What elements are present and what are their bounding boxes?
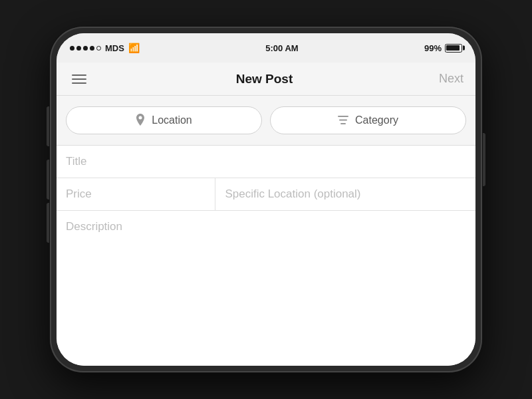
location-filter-label: Location [152, 114, 192, 126]
menu-line-2 [72, 78, 86, 80]
status-right: 99% [424, 43, 462, 53]
pin-icon [136, 114, 145, 128]
page-title: New Post [236, 72, 293, 86]
location-filter-button[interactable]: Location [66, 106, 262, 134]
status-left: MDS 📶 [70, 43, 140, 53]
time-display: 5:00 AM [265, 43, 298, 53]
next-button[interactable]: Next [439, 72, 464, 86]
signal-dot-5 [96, 46, 101, 51]
svg-rect-2 [340, 123, 346, 124]
price-location-row: Price Specific Location (optional) [57, 178, 475, 211]
description-field[interactable]: Description [57, 211, 475, 277]
specific-location-placeholder: Specific Location (optional) [225, 188, 360, 201]
content-area: Location Category Title [57, 96, 475, 366]
signal-dot-3 [83, 46, 88, 51]
hamburger-menu-button[interactable] [68, 71, 90, 87]
title-field[interactable]: Title [57, 146, 475, 178]
battery-icon [445, 44, 462, 53]
menu-line-3 [72, 82, 86, 84]
battery-fill [446, 45, 459, 51]
svg-rect-0 [338, 116, 348, 117]
description-placeholder: Description [66, 220, 122, 233]
category-filter-button[interactable]: Category [270, 106, 466, 134]
battery-percent-label: 99% [424, 43, 442, 53]
carrier-label: MDS [105, 43, 124, 53]
price-field[interactable]: Price [57, 178, 215, 210]
title-placeholder: Title [66, 155, 87, 168]
signal-dots [70, 46, 101, 51]
signal-dot-2 [76, 46, 81, 51]
menu-line-1 [72, 74, 86, 76]
signal-dot-1 [70, 46, 74, 51]
signal-dot-4 [90, 46, 94, 51]
wifi-icon: 📶 [128, 43, 140, 53]
status-bar: MDS 📶 5:00 AM 99% [57, 33, 475, 63]
category-filter-label: Category [355, 114, 398, 126]
price-placeholder: Price [66, 188, 92, 201]
nav-bar: New Post Next [57, 63, 475, 96]
specific-location-field[interactable]: Specific Location (optional) [215, 178, 475, 210]
filter-row: Location Category [57, 96, 475, 146]
battery-body [445, 44, 462, 53]
filter-list-icon [338, 115, 348, 126]
phone-frame: MDS 📶 5:00 AM 99% [50, 27, 482, 372]
screen: MDS 📶 5:00 AM 99% [57, 33, 475, 366]
svg-rect-1 [339, 119, 347, 120]
